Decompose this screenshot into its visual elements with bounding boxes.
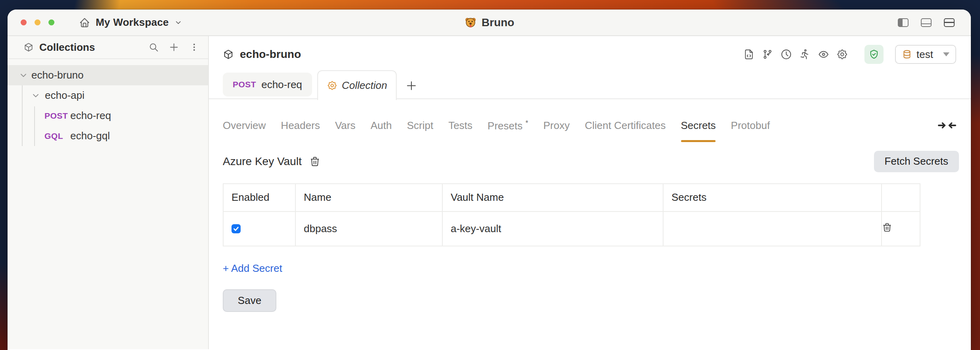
environment-name: test [916, 48, 933, 61]
git-branch-icon[interactable] [762, 48, 774, 60]
toggle-sidebar-icon[interactable] [898, 18, 909, 27]
tab-label: Collection [342, 79, 387, 92]
tree-item-request[interactable]: GQL echo-gql [8, 126, 208, 146]
box-icon [23, 42, 34, 52]
workspace-name: My Workspace [96, 16, 169, 29]
titlebar: My Workspace Bruno [8, 10, 971, 36]
tab-overview[interactable]: Overview [223, 119, 266, 132]
tab-proxy[interactable]: Proxy [543, 119, 569, 132]
column-header-actions [882, 184, 920, 212]
collection-header: echo-bruno [209, 36, 971, 73]
security-shield-button[interactable] [864, 45, 884, 64]
cell-actions [882, 212, 920, 246]
workspace-switcher[interactable]: My Workspace [79, 16, 182, 29]
tab-client-certificates[interactable]: Client Certificates [585, 119, 666, 132]
sidebar-actions [149, 42, 199, 52]
tab-secrets[interactable]: Secrets [681, 119, 716, 132]
cell-secrets[interactable] [663, 212, 882, 246]
modified-indicator: * [525, 119, 528, 127]
minimize-window-button[interactable] [35, 19, 41, 25]
add-secret-link[interactable]: + Add Secret [223, 262, 282, 275]
secrets-table: Enabled Name Vault Name Secrets [223, 183, 920, 246]
app-name: Bruno [482, 16, 514, 29]
request-method-badge: POST [44, 111, 65, 121]
toggle-bottom-pane-icon[interactable] [921, 18, 932, 27]
bruno-app-window: My Workspace Bruno [8, 10, 971, 350]
tab-label: echo-req [261, 79, 302, 91]
settings-gear-icon[interactable] [836, 48, 848, 60]
fetch-secrets-button[interactable]: Fetch Secrets [874, 151, 959, 172]
app-body: Collections [8, 36, 971, 349]
eye-icon[interactable] [818, 48, 830, 60]
sidebar-title: Collections [39, 41, 95, 54]
save-button[interactable]: Save [223, 289, 276, 312]
shield-check-icon [868, 49, 880, 60]
column-header-secrets: Secrets [663, 184, 882, 212]
sidebar-menu-icon[interactable] [189, 42, 199, 52]
chevron-down-icon[interactable] [19, 71, 28, 80]
tab-tests[interactable]: Tests [448, 119, 473, 132]
chevron-down-icon [174, 19, 182, 27]
column-header-enabled: Enabled [223, 184, 295, 212]
delete-provider-trash-icon[interactable] [309, 156, 320, 167]
tab-protobuf[interactable]: Protobuf [731, 119, 770, 132]
tab-headers[interactable]: Headers [281, 119, 320, 132]
tree-item-collection[interactable]: echo-bruno [8, 65, 208, 85]
main-panel: echo-bruno [209, 36, 971, 349]
tree-item-label: echo-req [70, 110, 111, 122]
tab-script[interactable]: Script [407, 119, 433, 132]
collection-toolbar: test [743, 45, 956, 64]
cell-vault-name[interactable]: a-key-vault [442, 212, 663, 246]
runner-icon[interactable] [799, 48, 811, 60]
home-icon [79, 17, 90, 28]
layout-controls [898, 18, 971, 27]
tab-request-echo-req[interactable]: POST echo-req [223, 73, 312, 96]
tab-vars[interactable]: Vars [335, 119, 356, 132]
enabled-checkbox[interactable] [231, 224, 241, 233]
search-icon[interactable] [149, 42, 159, 52]
desktop-wallpaper: My Workspace Bruno [0, 0, 980, 350]
dropdown-caret-icon [943, 52, 949, 56]
column-header-name: Name [295, 184, 442, 212]
zoom-window-button[interactable] [48, 19, 54, 25]
tree-item-folder[interactable]: echo-api [8, 85, 208, 106]
traffic-lights [21, 19, 54, 25]
cell-name[interactable]: dbpass [295, 212, 442, 246]
collections-tree: echo-bruno echo-api POST echo-req GQL [8, 65, 208, 146]
tree-item-label: echo-api [45, 89, 85, 102]
toggle-split-layout-icon[interactable] [944, 18, 955, 27]
request-method-badge: GQL [44, 131, 65, 141]
indent-guide [22, 85, 23, 146]
delete-row-trash-icon[interactable] [882, 222, 892, 233]
database-icon [902, 49, 912, 60]
close-window-button[interactable] [21, 19, 27, 25]
collection-settings-nav: Overview Headers Vars Auth Script Tests … [209, 99, 971, 132]
table-header-row: Enabled Name Vault Name Secrets [223, 184, 920, 212]
add-collection-icon[interactable] [169, 42, 179, 52]
bruno-dog-logo [464, 16, 477, 29]
check-icon [233, 225, 239, 232]
gear-icon [327, 80, 338, 91]
tab-presets[interactable]: Presets * [488, 119, 528, 132]
tree-item-label: echo-bruno [31, 69, 84, 81]
request-tabs-bar: POST echo-req Collection [209, 73, 971, 99]
tab-label: Presets [488, 120, 523, 132]
history-clock-icon[interactable] [780, 48, 792, 60]
chevron-down-icon[interactable] [31, 91, 41, 100]
provider-title: Azure Key Vault [223, 155, 302, 168]
table-row: dbpass a-key-vault [223, 212, 920, 246]
code-file-icon[interactable] [743, 48, 755, 60]
environment-selector[interactable]: test [895, 45, 956, 64]
secrets-provider-row: Azure Key Vault Fetch Secrets [223, 150, 959, 173]
tree-item-request[interactable]: POST echo-req [8, 106, 208, 126]
sidebar-header: Collections [8, 36, 208, 59]
box-icon [223, 49, 234, 60]
indent-guide [34, 106, 35, 146]
tab-collection-settings[interactable]: Collection [317, 70, 397, 100]
column-header-vault-name: Vault Name [442, 184, 663, 212]
tab-auth[interactable]: Auth [370, 119, 392, 132]
new-tab-button[interactable] [405, 80, 417, 92]
collapse-panel-icon[interactable] [938, 120, 956, 131]
tree-item-label: echo-gql [70, 130, 110, 142]
collections-sidebar: Collections [8, 36, 209, 349]
